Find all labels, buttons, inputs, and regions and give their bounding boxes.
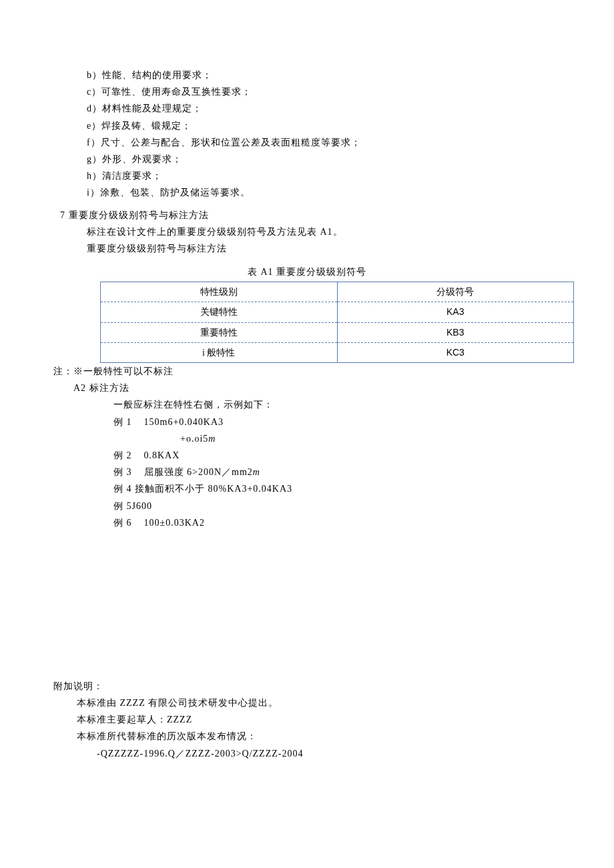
appendix-section: 附加说明： 本标准由 ZZZZ 有限公司技术研发中心提出。 本标准主要起草人：Z… [53,678,561,762]
example-5: 例 5J600 [113,498,561,514]
list-item-i: i）涂敷、包装、防护及储运等要求。 [87,184,561,201]
list-item-g: g）外形、外观要求； [87,151,561,167]
example-1-sub-suffix: m [208,434,216,444]
a2-intro: 一般应标注在特性右侧，示例如下： [113,396,561,413]
appendix-p1: 本标准由 ZZZZ 有限公司技术研发中心提出。 [77,695,561,711]
example-1-sub: +o.oi5m [180,430,561,447]
table-row: 关键特性 KA3 [101,302,574,322]
table-row: 重要特性 KB3 [101,322,574,342]
table-cell-symbol: KA3 [337,302,574,322]
grade-table: 特性级别 分级符号 关键特性 KA3 重要特性 KB3 i 般特性 KC3 [100,282,574,363]
appendix-p3: 本标准所代替标准的历次版本发布情况： [77,728,561,745]
a2-title: A2 标注方法 [73,380,561,396]
example-1-value: 150m6+0.040KA3 [144,417,224,427]
example-6-value: 100±0.03KA2 [144,518,205,528]
list-item-b: b）性能、结构的使用要求； [87,67,561,83]
list-item-e: e）焊接及铸、锻规定； [87,117,561,134]
list-item-c: c）可靠性、使用寿命及互换性要求； [87,83,561,100]
table-cell-level: i 般特性 [101,342,338,362]
appendix-p4: -QZZZZZ-1996.Q／ZZZZ-2003>Q/ZZZZ-2004 [97,745,561,762]
list-item-f: f）尺寸、公差与配合、形状和位置公差及表面粗糙度等要求； [87,134,561,151]
example-2-value: 0.8KAX [144,450,180,460]
example-3-suffix: m [253,467,260,477]
table-cell-level: 重要特性 [101,322,338,342]
example-1-label: 例 1 [113,417,132,427]
example-3-label: 例 3 [113,467,132,477]
list-item-h: h）清洁度要求； [87,167,561,184]
section-7-p1: 标注在设计文件上的重要度分级级别符号及方法见表 A1。 [87,224,561,240]
example-2: 例 2 0.8KAX [113,447,561,464]
example-3-value: 屈服强度 6>200N／mm2 [144,467,253,477]
appendix-title: 附加说明： [53,678,561,695]
table-cell-symbol: KB3 [337,322,574,342]
example-6-label: 例 6 [113,518,132,528]
list-item-d: d）材料性能及处理规定； [87,100,561,117]
table-header-symbol: 分级符号 [337,282,574,302]
example-2-label: 例 2 [113,450,132,460]
example-1: 例 1 150m6+0.040KA3 [113,414,561,430]
table-cell-level: 关键特性 [101,302,338,322]
example-6: 例 6 100±0.03KA2 [113,514,561,531]
section-7-title: 7 重要度分级级别符号与标注方法 [60,207,561,224]
table-cell-symbol: KC3 [337,342,574,362]
table-caption: 表 A1 重要度分级级别符号 [53,264,561,280]
table-row: i 般特性 KC3 [101,342,574,362]
table-header-level: 特性级别 [101,282,338,302]
example-1-sub-value: +o.oi5 [180,434,208,444]
section-7-p2: 重要度分级级别符号与标注方法 [87,240,561,257]
example-4: 例 4 接触面积不小于 80%KA3+0.04KA3 [113,480,561,497]
appendix-p2: 本标准主要起草人：ZZZZ [77,711,561,728]
table-note: 注：※一般特性可以不标注 [53,363,561,380]
table-header-row: 特性级别 分级符号 [101,282,574,302]
example-3: 例 3 屈服强度 6>200N／mm2m [113,464,561,480]
